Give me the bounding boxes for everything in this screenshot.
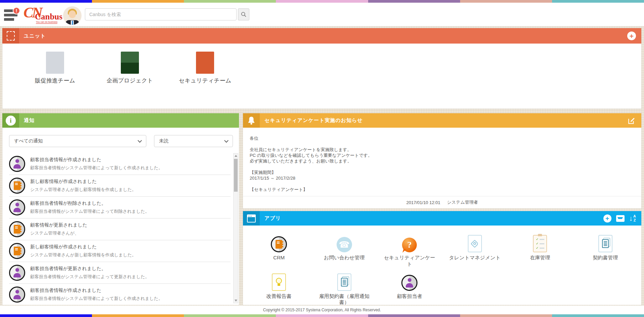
app-icon-area (533, 234, 547, 252)
app-item[interactable]: 改善報告書 (246, 273, 312, 306)
notification-scrollbar[interactable] (233, 153, 238, 303)
user-avatar[interactable] (63, 6, 82, 25)
canbus-dashboard: ! CN Canbus You can do business (0, 0, 644, 317)
app-item[interactable]: ?セキュリティアンケート (377, 234, 442, 267)
edit-announcement-button[interactable] (627, 116, 636, 125)
app-icon-area: ? (402, 234, 417, 252)
unit-tile[interactable]: 販促推進チーム (28, 52, 82, 84)
filter-read-select[interactable]: 未読 (154, 135, 233, 147)
copyright-text: Copyright © 2015-2017 Systena Corporatio… (263, 308, 381, 312)
announcement-panel: セキュリティアンケート実施のお知らせ 各位全社員にセキュリティアンケートを実施致… (243, 113, 641, 208)
chevron-down-icon (138, 138, 142, 143)
stripe-segment (368, 0, 460, 3)
app-label: CRM (273, 255, 285, 261)
app-item[interactable]: CRM (246, 234, 312, 267)
documents-icon (598, 235, 612, 252)
unit-tile[interactable]: セキュリティチーム (178, 52, 232, 84)
notification-texts: 顧客担当者情報が作成されました顧客担当者情報がシステム管理者によって新しく作成さ… (30, 157, 231, 171)
stripe-segment (276, 0, 368, 3)
unit-tile-thumbnail (196, 52, 214, 74)
scrollbar-thumb[interactable] (234, 159, 238, 192)
app-inbox-button[interactable] (616, 215, 625, 222)
footer: Copyright © 2015-2017 Systena Corporatio… (0, 306, 644, 314)
app-item[interactable]: 雇用契約書（雇用通知書） (312, 273, 377, 306)
person-glyph (13, 159, 21, 169)
stripe-segment (184, 314, 276, 317)
app-label: お問い合わせ管理 (324, 255, 364, 261)
customer-book-icon (9, 221, 25, 237)
person-glyph (13, 290, 21, 299)
app-item[interactable]: 契約書管理 (573, 234, 638, 267)
notification-item[interactable]: 新し顧客情報が作成されましたシステム管理者さんが新し顧客情報を作成しました。 (9, 175, 231, 197)
person-glyph (13, 268, 21, 277)
add-app-button[interactable]: + (603, 214, 611, 223)
app-sort-button[interactable]: ↓ A Z (629, 214, 636, 222)
notification-item[interactable]: 顧客担当者情報が削除されました。顧客担当者情報がシステム管理者によって削除されま… (9, 197, 231, 218)
search-icon (241, 11, 247, 17)
stripe-segment (92, 0, 184, 3)
announcement-lead-square (243, 113, 260, 128)
search-input[interactable] (85, 8, 237, 20)
document-glyph (341, 278, 348, 287)
tag-glyph (471, 240, 479, 248)
add-unit-button[interactable]: + (627, 31, 636, 40)
book-glyph (14, 247, 20, 255)
phone-icon: ☎ (337, 237, 352, 252)
notification-item[interactable]: 顧客担当者情報が作成されました顧客担当者情報がシステム管理者によって新しく作成さ… (9, 153, 231, 175)
stripe-segment (0, 0, 92, 3)
app-item[interactable]: 顧客担当者 (377, 273, 442, 306)
notification-title: 顧客担当者情報が更新されました。 (30, 266, 231, 272)
logo-name: Canbus (35, 12, 62, 21)
app-item[interactable]: ☎お問い合わせ管理 (312, 234, 377, 267)
notification-description: 顧客担当者情報がシステム管理者によって新しく作成されました。 (30, 165, 231, 171)
search-button[interactable] (238, 8, 249, 20)
app-label: 在庫管理 (530, 255, 550, 261)
search-area (85, 8, 249, 20)
menu-button[interactable]: ! (4, 9, 19, 21)
notification-item[interactable]: 顧客情報が更新されましたシステム管理者さんが、 (9, 218, 231, 240)
scroll-down-arrow-icon[interactable] (235, 300, 237, 302)
inbox-icon (616, 215, 625, 222)
dashed-square-icon (7, 31, 15, 41)
notification-texts: 顧客情報が更新されましたシステム管理者さんが、 (30, 222, 231, 236)
person-avatar-icon (9, 199, 25, 215)
scroll-up-arrow-icon[interactable] (235, 155, 237, 157)
person-glyph (405, 278, 414, 288)
app-item[interactable]: タレントマネジメント (442, 234, 508, 267)
checklist-row (536, 247, 544, 250)
notification-item[interactable]: 新し顧客情報が作成されましたシステム管理者さんが新し顧客情報を作成しました。 (9, 240, 231, 262)
notification-description: 顧客担当者情報がシステム管理者によって更新されました。 (30, 274, 231, 280)
notification-texts: 顧客担当者情報が更新されました。顧客担当者情報がシステム管理者によって更新されま… (30, 266, 231, 280)
notifications-lead-square: i (2, 113, 19, 128)
app-icon-area (401, 273, 417, 291)
stripe-segment (460, 314, 552, 317)
app-window-icon (247, 214, 256, 223)
app-label: 改善報告書 (266, 293, 292, 300)
notification-title: 新し顧客情報が作成されました (30, 244, 231, 250)
apps-panel: アプリ + ↓ A Z CRM☎お問い合わせ管理?セキュリティアンケ (243, 211, 641, 305)
stripe-segment (0, 314, 92, 317)
announcement-blank-line (250, 181, 635, 187)
announcement-line: 2017/1/15 ～ 2017/2/28 (250, 175, 635, 181)
announcement-blank-line (250, 141, 635, 147)
notification-item[interactable]: 顧客担当者情報が作成されました顧客担当者情報がシステム管理者によって新しく作成さ… (9, 284, 231, 304)
chevron-down-icon (224, 138, 229, 143)
unit-tile-thumbnail (121, 52, 139, 74)
customer-book-icon (9, 178, 25, 194)
unit-panel-title: ユニット (24, 33, 46, 39)
app-icon-area (272, 273, 286, 291)
notification-item[interactable]: 顧客担当者情報が更新されました。顧客担当者情報がシステム管理者によって更新されま… (9, 262, 231, 284)
phone-glyph: ☎ (339, 240, 350, 249)
notification-description: システム管理者さんが、 (30, 230, 231, 236)
notification-filters: すべての通知未読 (9, 135, 233, 147)
app-item[interactable]: 在庫管理 (507, 234, 573, 267)
filter-type-select[interactable]: すべての通知 (9, 135, 146, 147)
canbus-logo[interactable]: CN Canbus You can do business (23, 6, 64, 23)
unit-tile-list: 販促推進チーム企画プロジェクトセキュリティチーム (2, 44, 641, 109)
unit-tile[interactable]: 企画プロジェクト (103, 52, 157, 84)
top-bar: ! CN Canbus You can do business (0, 3, 644, 26)
unit-tile-label: セキュリティチーム (178, 77, 232, 84)
person-avatar-icon (9, 156, 25, 172)
announcement-blank-line (250, 164, 635, 170)
unit-panel: ユニット + 販促推進チーム企画プロジェクトセキュリティチーム (2, 28, 641, 109)
